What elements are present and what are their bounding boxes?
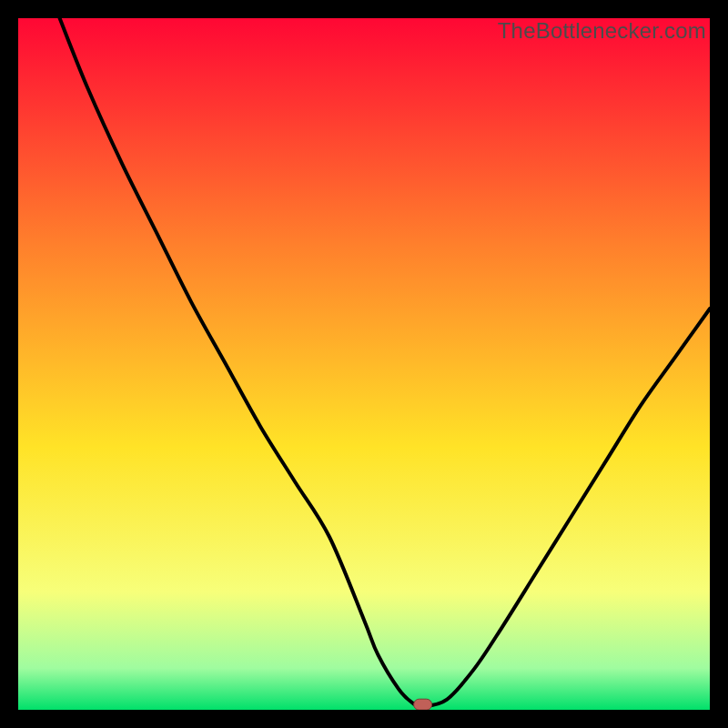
chart-frame: TheBottlenecker.com	[18, 18, 710, 710]
gradient-background	[18, 18, 710, 710]
optimal-point-marker	[414, 699, 432, 710]
chart-svg	[18, 18, 710, 710]
watermark-label: TheBottlenecker.com	[498, 18, 706, 44]
